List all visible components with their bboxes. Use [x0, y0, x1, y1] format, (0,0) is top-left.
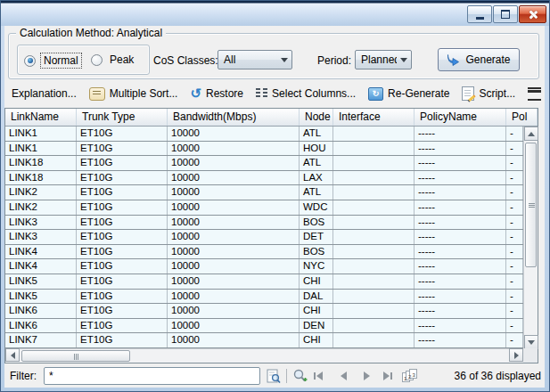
column-header-pol[interactable]: Pol	[506, 109, 538, 126]
cell-node: HOU	[300, 142, 333, 156]
restore-button[interactable]: ↺ Restore	[190, 87, 243, 100]
cell-trunk-type: ET10G	[77, 127, 168, 141]
goto-page-button[interactable]: 1 2 3	[402, 369, 418, 382]
table-row[interactable]: LINK18 ET10G 10000 ATL ----- -	[5, 156, 523, 171]
period-select[interactable]: Planned	[355, 50, 412, 69]
scroll-down-button[interactable]	[524, 335, 538, 349]
filter-search-button[interactable]	[291, 367, 310, 385]
cell-trunk-type: ET10G	[77, 319, 168, 333]
first-page-button[interactable]	[309, 368, 327, 384]
table-row[interactable]: LINK2 ET10G 10000 WDC ----- -	[5, 200, 523, 216]
period-label: Period:	[317, 54, 351, 67]
cos-classes-select[interactable]: All	[218, 50, 292, 69]
table-row[interactable]: LINK4 ET10G 10000 NYC ----- -	[5, 259, 523, 274]
column-header-linkname[interactable]: LinkName	[5, 109, 77, 126]
column-header-bandwidth[interactable]: Bandwidth(Mbps)	[168, 109, 300, 126]
cell-linkname: LINK2	[5, 200, 77, 215]
previous-page-button[interactable]	[334, 368, 352, 384]
calculation-method-group: Calculation Method: Analytical Normal Pe…	[8, 33, 539, 79]
cell-node: WDC	[300, 200, 333, 215]
cell-bandwidth: 10000	[168, 319, 300, 333]
cell-bandwidth: 10000	[168, 274, 300, 289]
filter-input[interactable]	[44, 367, 260, 385]
status-text: 36 of 36 displayed	[455, 370, 541, 382]
cell-trunk-type: ET10G	[77, 290, 168, 304]
cell-node: BOS	[300, 245, 333, 259]
generate-button[interactable]: Generate	[438, 48, 520, 71]
filter-preview-button[interactable]	[264, 367, 283, 385]
cell-interface	[333, 259, 415, 274]
column-header-policyname[interactable]: PolicyName	[415, 109, 506, 126]
arrow-up-icon	[528, 132, 535, 136]
cell-trunk-type: ET10G	[77, 216, 168, 230]
cell-trunk-type: ET10G	[77, 185, 168, 200]
cell-policyname: -----	[415, 259, 506, 274]
close-button[interactable]	[519, 5, 546, 23]
normal-radio[interactable]: Normal	[24, 53, 82, 69]
cell-linkname: LINK5	[5, 290, 77, 304]
column-header-node[interactable]: Node	[300, 109, 333, 126]
cell-bandwidth: 10000	[168, 156, 300, 170]
minimize-button[interactable]	[467, 5, 492, 23]
cell-interface	[333, 185, 415, 200]
scroll-right-button[interactable]	[509, 348, 523, 362]
next-page-button[interactable]	[357, 368, 375, 384]
vertical-scrollbar[interactable]	[523, 127, 538, 349]
last-page-button[interactable]	[379, 368, 397, 384]
menu-icon	[528, 87, 541, 101]
table-body: LINK1 ET10G 10000 ATL ----- - LINK1 ET10…	[5, 127, 523, 349]
multiple-sort-button[interactable]: Multiple Sort...	[89, 87, 178, 101]
horizontal-scrollbar[interactable]	[5, 348, 523, 363]
cell-linkname: LINK7	[5, 333, 77, 347]
select-columns-label: Select Columns...	[272, 87, 356, 100]
scroll-up-button[interactable]	[524, 127, 538, 141]
horizontal-scroll-thumb[interactable]	[21, 350, 130, 362]
table-row[interactable]: LINK4 ET10G 10000 BOS ----- -	[5, 245, 523, 260]
next-icon	[364, 372, 370, 380]
generate-button-label: Generate	[465, 53, 510, 66]
scroll-left-button[interactable]	[5, 348, 20, 362]
table-row[interactable]: LINK3 ET10G 10000 DET ----- -	[5, 230, 523, 245]
column-header-interface[interactable]: Interface	[333, 109, 415, 126]
restore-label: Restore	[206, 87, 243, 100]
table-row[interactable]: LINK5 ET10G 10000 CHI ----- -	[5, 274, 523, 290]
table-row[interactable]: LINK6 ET10G 10000 DEN ----- -	[5, 319, 523, 334]
table-row[interactable]: LINK1 ET10G 10000 ATL ----- -	[5, 127, 523, 142]
cell-interface	[333, 216, 415, 230]
table-row[interactable]: LINK1 ET10G 10000 HOU ----- -	[5, 142, 523, 157]
cell-policyname: -----	[415, 319, 506, 333]
menu-button[interactable]	[528, 87, 541, 101]
maximize-button[interactable]	[493, 5, 518, 23]
select-columns-icon	[256, 88, 267, 99]
vertical-scroll-thumb[interactable]	[525, 143, 537, 267]
regenerate-label: Re-Generate	[388, 87, 449, 100]
first-icon	[314, 372, 316, 380]
regenerate-button[interactable]: ↻ Re-Generate	[368, 87, 449, 101]
cell-pol: -	[506, 216, 523, 230]
cell-linkname: LINK2	[5, 185, 77, 200]
cell-trunk-type: ET10G	[77, 171, 168, 185]
cell-policyname: -----	[415, 230, 506, 244]
column-header-trunk-type[interactable]: Trunk Type	[77, 109, 168, 126]
cell-interface	[333, 274, 415, 289]
cell-interface	[333, 142, 415, 156]
table-row[interactable]: LINK5 ET10G 10000 DAL ----- -	[5, 290, 523, 305]
cos-classes-label: CoS Classes:	[153, 54, 218, 67]
cell-node: NYC	[300, 259, 333, 274]
table-row[interactable]: LINK7 ET10G 10000 CHI ----- -	[5, 333, 523, 348]
cell-trunk-type: ET10G	[77, 142, 168, 156]
cell-pol: -	[506, 259, 523, 274]
script-button[interactable]: Script...	[462, 86, 515, 101]
table-row[interactable]: LINK2 ET10G 10000 ATL ----- -	[5, 185, 523, 200]
table-row[interactable]: LINK3 ET10G 10000 BOS ----- -	[5, 216, 523, 231]
cell-bandwidth: 10000	[168, 245, 300, 259]
table-row[interactable]: LINK18 ET10G 10000 LAX ----- -	[5, 171, 523, 186]
cell-pol: -	[506, 200, 523, 215]
select-columns-button[interactable]: Select Columns...	[256, 87, 356, 100]
explanation-button[interactable]: Explanation...	[12, 87, 77, 100]
table-row[interactable]: LINK6 ET10G 10000 CHI ----- -	[5, 304, 523, 319]
cell-pol: -	[506, 171, 523, 185]
cell-bandwidth: 10000	[168, 216, 300, 230]
radio-selected-icon	[24, 55, 36, 67]
peak-radio[interactable]: Peak	[91, 53, 136, 67]
